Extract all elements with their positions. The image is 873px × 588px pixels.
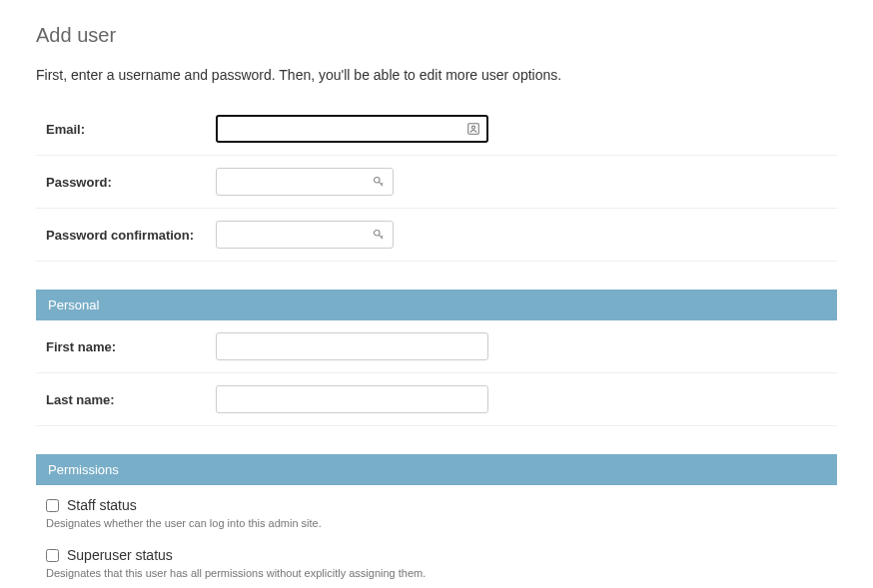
- password-label: Password:: [46, 175, 216, 190]
- password-confirm-field[interactable]: [216, 221, 394, 249]
- section-header-permissions: Permissions: [36, 454, 837, 485]
- superuser-status-label: Superuser status: [67, 547, 173, 563]
- intro-text: First, enter a username and password. Th…: [36, 67, 837, 83]
- last-name-label: Last name:: [46, 392, 216, 407]
- superuser-status-row: Superuser status Designates that this us…: [36, 535, 837, 585]
- staff-status-help: Designates whether the user can log into…: [46, 517, 827, 529]
- password-confirm-row: Password confirmation:: [36, 209, 837, 262]
- password-confirm-label: Password confirmation:: [46, 228, 216, 243]
- staff-status-label: Staff status: [67, 497, 137, 513]
- superuser-status-checkbox[interactable]: [46, 549, 59, 562]
- superuser-status-help: Designates that this user has all permis…: [46, 567, 827, 579]
- password-field[interactable]: [216, 168, 394, 196]
- last-name-field[interactable]: [216, 385, 488, 413]
- last-name-row: Last name:: [36, 373, 837, 426]
- first-name-label: First name:: [46, 339, 216, 354]
- page-title: Add user: [36, 24, 837, 47]
- first-name-field[interactable]: [216, 332, 488, 360]
- email-row: Email:: [36, 103, 837, 156]
- password-row: Password:: [36, 156, 837, 209]
- email-field[interactable]: [216, 115, 488, 143]
- email-label: Email:: [46, 122, 216, 137]
- staff-status-row: Staff status Designates whether the user…: [36, 485, 837, 535]
- staff-status-checkbox[interactable]: [46, 499, 59, 512]
- section-header-personal: Personal: [36, 290, 837, 320]
- first-name-row: First name:: [36, 320, 837, 373]
